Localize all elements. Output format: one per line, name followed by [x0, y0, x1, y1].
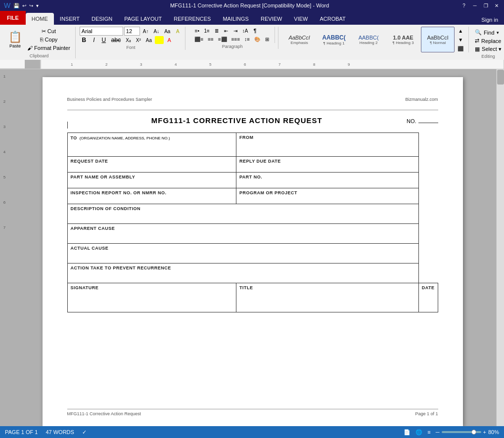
table-row-inspection: INSPECTION REPORT NO. OR NMRR NO. PROGRA…	[67, 188, 438, 204]
format-painter-button[interactable]: 🖌 Format Painter	[25, 44, 72, 52]
font-row1: Arial 12 A↑ A↓ Aa A	[80, 27, 183, 36]
signin-button[interactable]: Sign in	[475, 15, 504, 25]
quick-access-redo[interactable]: ↪	[29, 3, 33, 8]
align-left-button[interactable]: ⬛≡	[192, 35, 205, 43]
ruler-svg: 1 2 3 4 5 6 7 8 9	[41, 60, 504, 69]
date-value	[422, 290, 435, 310]
font-name-input[interactable]: Arial	[80, 27, 123, 36]
group-paragraph: ≡• 1≡ ≣ ⇤ ⇥ ↕A ¶ ⬛≡ ≡≡ ≡⬛ ≡≡≡ ↕≡ 🎨 ⊞	[186, 27, 278, 49]
style-emphasis[interactable]: AaBbCcI Emphasis	[282, 27, 316, 52]
no-value	[418, 123, 438, 123]
align-right-button[interactable]: ≡⬛	[216, 35, 229, 43]
increase-indent-button[interactable]: ⇥	[231, 27, 240, 35]
part-name-label: PART NAME OR ASSEMBLY	[71, 175, 233, 179]
zoom-thumb[interactable]	[471, 430, 476, 435]
paste-button[interactable]: 📋 Paste	[6, 27, 24, 52]
styles-more[interactable]: ⬛	[456, 44, 465, 52]
ruler-mark-5: 5	[3, 175, 5, 179]
underline-button[interactable]: U	[99, 36, 108, 44]
view-web-icon[interactable]: 🌐	[415, 429, 422, 436]
sort-button[interactable]: ↕A	[240, 27, 250, 35]
cell-from: FROM	[236, 133, 419, 157]
tab-mailings[interactable]: MAILINGS	[217, 13, 255, 25]
superscript-button[interactable]: X²	[134, 36, 143, 44]
scrollbar-thumb[interactable]	[497, 70, 504, 85]
svg-text:2: 2	[105, 62, 108, 67]
line-spacing-button[interactable]: ↕≡	[242, 35, 252, 43]
decrease-indent-button[interactable]: ⇤	[222, 27, 230, 35]
zoom-in-button[interactable]: +	[483, 429, 486, 435]
numbering-button[interactable]: 1≡	[202, 27, 211, 35]
zoom-slider[interactable]	[442, 431, 481, 433]
tab-review[interactable]: REVIEW	[255, 13, 288, 25]
tab-design[interactable]: DESIGN	[86, 13, 118, 25]
replace-label: Replace	[481, 38, 501, 44]
styles-scroll-down[interactable]: ▼	[456, 36, 465, 44]
quick-access-undo[interactable]: ↩	[22, 3, 26, 8]
style-normal[interactable]: AaBbCcI ¶ Normal	[421, 27, 455, 52]
date-label: DATE	[422, 285, 435, 290]
bullets-button[interactable]: ≡•	[192, 27, 201, 35]
font-row2: B I U abc X₂ X² Aa A A	[80, 36, 183, 44]
copy-button[interactable]: ⎘ Copy	[25, 36, 72, 44]
minimize-button[interactable]: ─	[471, 2, 478, 9]
word-count: 47 WORDS	[46, 429, 74, 435]
style-emphasis-label: Emphasis	[291, 41, 308, 45]
paste-icon: 📋	[8, 31, 22, 44]
help-button[interactable]: ?	[460, 2, 467, 9]
restore-button[interactable]: ❐	[482, 2, 489, 9]
para-controls: ≡• 1≡ ≣ ⇤ ⇥ ↕A ¶ ⬛≡ ≡≡ ≡⬛ ≡≡≡ ↕≡ 🎨 ⊞	[189, 27, 275, 43]
clear-format-button[interactable]: Aa	[162, 27, 172, 35]
proofing-icon[interactable]: ✓	[82, 429, 87, 436]
tab-page-layout[interactable]: PAGE LAYOUT	[118, 13, 168, 25]
tab-references[interactable]: REFERENCES	[168, 13, 217, 25]
increase-font-button[interactable]: A↑	[141, 27, 151, 35]
replace-button[interactable]: ⇄ Replace	[473, 37, 504, 44]
close-button[interactable]: ✕	[493, 2, 500, 9]
tab-view[interactable]: VIEW	[288, 13, 314, 25]
tab-insert[interactable]: INSERT	[54, 13, 86, 25]
font-size-input[interactable]: 12	[124, 27, 140, 36]
bold-button[interactable]: B	[80, 36, 89, 44]
no-label: NO.	[407, 118, 416, 124]
table-row-to-from: TO (ORGANIZATION NAME, ADDRESS, PHONE NO…	[67, 133, 438, 157]
tab-acrobat[interactable]: ACROBAT	[314, 13, 351, 25]
tab-home[interactable]: HOME	[26, 13, 54, 25]
right-scrollbar[interactable]	[496, 69, 504, 434]
select-button[interactable]: ▦ Select ▾	[473, 45, 504, 53]
svg-text:7: 7	[278, 62, 281, 67]
show-marks-button[interactable]: ¶	[250, 27, 259, 35]
select-label: Select ▾	[482, 46, 502, 52]
highlight-button[interactable]: A	[155, 36, 164, 44]
text-case-button[interactable]: Aa	[144, 36, 154, 44]
document-page[interactable]: Business Policies and Procedures Sampler…	[43, 77, 463, 426]
view-print-icon[interactable]: 📄	[404, 429, 411, 436]
styles-scroll-up[interactable]: ▲	[456, 27, 465, 35]
align-center-button[interactable]: ≡≡	[206, 35, 216, 43]
decrease-font-button[interactable]: A↓	[151, 27, 161, 35]
style-heading3[interactable]: 1.0 AAE ¶ Heading 3	[386, 27, 420, 52]
text-effects-button[interactable]: A	[173, 27, 182, 35]
subscript-button[interactable]: X₂	[124, 36, 133, 44]
italic-button[interactable]: I	[90, 36, 98, 44]
view-outline-icon[interactable]: ≡	[427, 429, 430, 435]
style-heading1[interactable]: AABBC( ¶ Heading 1	[317, 27, 351, 52]
borders-button[interactable]: ⊞	[263, 35, 272, 43]
zoom-out-button[interactable]: ─	[436, 429, 440, 435]
title-bar-right: ? ─ ❐ ✕	[460, 2, 500, 9]
ruler-mark-1: 1	[3, 74, 5, 79]
cell-request-date: REQUEST DATE	[67, 157, 236, 173]
tab-file[interactable]: FILE	[0, 11, 26, 25]
quick-access-save[interactable]: 💾	[13, 3, 19, 8]
no-field: NO.	[407, 118, 438, 124]
document-area: 1 2 3 4 5 6 7 Business Policies and Proc…	[0, 69, 504, 434]
shading-button[interactable]: 🎨	[252, 35, 262, 43]
cut-button[interactable]: ✂ Cut	[25, 27, 72, 35]
paragraph-label: Paragraph	[222, 44, 243, 49]
style-heading2[interactable]: AABBC( Heading 2	[352, 27, 385, 52]
justify-button[interactable]: ≡≡≡	[229, 35, 242, 43]
find-button[interactable]: 🔍 Find ▾	[473, 29, 504, 36]
multilevel-button[interactable]: ≣	[212, 27, 221, 35]
strikethrough-button[interactable]: abc	[109, 36, 123, 44]
font-color-button[interactable]: A	[165, 36, 174, 44]
